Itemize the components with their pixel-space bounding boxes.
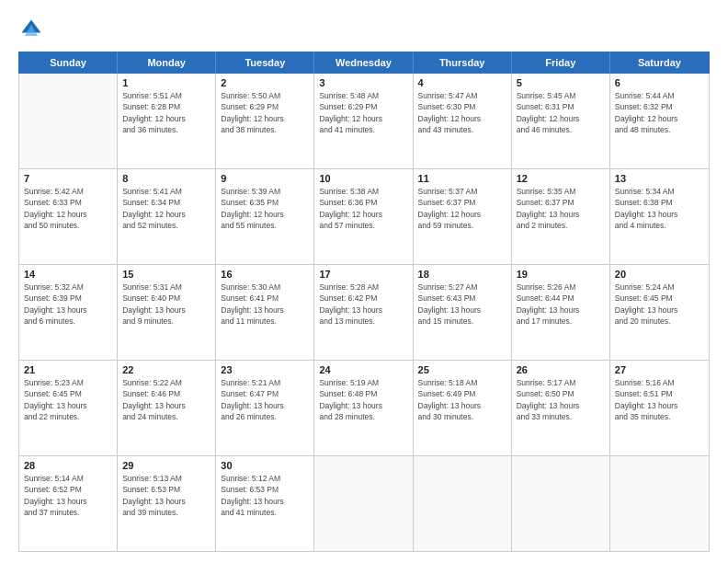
day-number: 2	[221, 77, 309, 88]
day-cell: 3Sunrise: 5:48 AMSunset: 6:29 PMDaylight…	[314, 74, 413, 168]
header-cell-monday: Monday	[118, 52, 216, 73]
day-info: Sunrise: 5:21 AMSunset: 6:47 PMDaylight:…	[221, 377, 309, 422]
logo-icon	[18, 17, 44, 42]
day-cell: 22Sunrise: 5:22 AMSunset: 6:46 PMDayligh…	[118, 361, 216, 455]
day-info: Sunrise: 5:22 AMSunset: 6:46 PMDaylight:…	[122, 377, 210, 422]
day-cell: 2Sunrise: 5:50 AMSunset: 6:29 PMDaylight…	[216, 74, 314, 168]
day-info: Sunrise: 5:16 AMSunset: 6:51 PMDaylight:…	[615, 377, 704, 422]
day-cell: 30Sunrise: 5:12 AMSunset: 6:53 PMDayligh…	[216, 456, 314, 551]
day-cell: 9Sunrise: 5:39 AMSunset: 6:35 PMDaylight…	[216, 169, 314, 264]
day-number: 24	[319, 364, 407, 375]
header	[18, 17, 710, 42]
day-cell: 17Sunrise: 5:28 AMSunset: 6:42 PMDayligh…	[314, 265, 413, 360]
day-info: Sunrise: 5:45 AMSunset: 6:31 PMDaylight:…	[517, 90, 605, 135]
day-info: Sunrise: 5:18 AMSunset: 6:49 PMDaylight:…	[418, 377, 506, 422]
day-number: 28	[24, 460, 112, 471]
day-cell: 11Sunrise: 5:37 AMSunset: 6:37 PMDayligh…	[414, 169, 512, 264]
day-cell: 19Sunrise: 5:26 AMSunset: 6:44 PMDayligh…	[512, 265, 610, 360]
day-info: Sunrise: 5:12 AMSunset: 6:53 PMDaylight:…	[221, 473, 309, 518]
day-info: Sunrise: 5:32 AMSunset: 6:39 PMDaylight:…	[24, 282, 112, 327]
day-info: Sunrise: 5:28 AMSunset: 6:42 PMDaylight:…	[319, 282, 407, 327]
day-info: Sunrise: 5:50 AMSunset: 6:29 PMDaylight:…	[221, 90, 309, 135]
week-row-3: 14Sunrise: 5:32 AMSunset: 6:39 PMDayligh…	[19, 265, 709, 361]
header-cell-thursday: Thursday	[414, 52, 512, 73]
day-info: Sunrise: 5:17 AMSunset: 6:50 PMDaylight:…	[517, 377, 605, 422]
day-number: 9	[221, 173, 309, 184]
day-cell: 1Sunrise: 5:51 AMSunset: 6:28 PMDaylight…	[118, 74, 216, 168]
day-number: 14	[24, 269, 112, 280]
day-number: 23	[221, 364, 309, 375]
day-info: Sunrise: 5:37 AMSunset: 6:37 PMDaylight:…	[418, 186, 506, 231]
day-cell: 25Sunrise: 5:18 AMSunset: 6:49 PMDayligh…	[414, 361, 512, 455]
day-info: Sunrise: 5:39 AMSunset: 6:35 PMDaylight:…	[221, 186, 309, 231]
day-number: 19	[517, 269, 605, 280]
day-info: Sunrise: 5:13 AMSunset: 6:53 PMDaylight:…	[122, 473, 210, 518]
day-number: 15	[122, 269, 210, 280]
day-info: Sunrise: 5:38 AMSunset: 6:36 PMDaylight:…	[319, 186, 407, 231]
day-number: 7	[24, 173, 112, 184]
day-cell: 13Sunrise: 5:34 AMSunset: 6:38 PMDayligh…	[610, 169, 709, 264]
day-number: 17	[319, 269, 407, 280]
day-number: 20	[615, 269, 704, 280]
day-number: 3	[319, 77, 407, 88]
day-number: 18	[418, 269, 506, 280]
header-cell-tuesday: Tuesday	[216, 52, 314, 73]
day-number: 21	[24, 364, 112, 375]
day-cell: 23Sunrise: 5:21 AMSunset: 6:47 PMDayligh…	[216, 361, 314, 455]
calendar: SundayMondayTuesdayWednesdayThursdayFrid…	[18, 52, 710, 552]
header-cell-sunday: Sunday	[19, 52, 118, 73]
day-info: Sunrise: 5:19 AMSunset: 6:48 PMDaylight:…	[319, 377, 407, 422]
day-cell: 6Sunrise: 5:44 AMSunset: 6:32 PMDaylight…	[610, 74, 709, 168]
week-row-4: 21Sunrise: 5:23 AMSunset: 6:45 PMDayligh…	[19, 361, 709, 456]
day-cell: 20Sunrise: 5:24 AMSunset: 6:45 PMDayligh…	[610, 265, 709, 360]
day-cell: 16Sunrise: 5:30 AMSunset: 6:41 PMDayligh…	[216, 265, 314, 360]
day-info: Sunrise: 5:26 AMSunset: 6:44 PMDaylight:…	[517, 282, 605, 327]
day-number: 13	[615, 173, 704, 184]
day-cell: 21Sunrise: 5:23 AMSunset: 6:45 PMDayligh…	[19, 361, 118, 455]
day-cell: 5Sunrise: 5:45 AMSunset: 6:31 PMDaylight…	[512, 74, 610, 168]
day-info: Sunrise: 5:14 AMSunset: 6:52 PMDaylight:…	[24, 473, 112, 518]
page: SundayMondayTuesdayWednesdayThursdayFrid…	[0, 0, 728, 563]
day-cell: 24Sunrise: 5:19 AMSunset: 6:48 PMDayligh…	[314, 361, 413, 455]
day-number: 27	[615, 364, 704, 375]
day-cell: 14Sunrise: 5:32 AMSunset: 6:39 PMDayligh…	[19, 265, 118, 360]
day-number: 1	[122, 77, 210, 88]
day-number: 30	[221, 460, 309, 471]
day-number: 5	[517, 77, 605, 88]
day-number: 11	[418, 173, 506, 184]
day-number: 6	[615, 77, 704, 88]
day-info: Sunrise: 5:31 AMSunset: 6:40 PMDaylight:…	[122, 282, 210, 327]
header-cell-wednesday: Wednesday	[314, 52, 413, 73]
day-cell: 28Sunrise: 5:14 AMSunset: 6:52 PMDayligh…	[19, 456, 118, 551]
calendar-header-row: SundayMondayTuesdayWednesdayThursdayFrid…	[18, 52, 710, 74]
day-info: Sunrise: 5:23 AMSunset: 6:45 PMDaylight:…	[24, 377, 112, 422]
day-number: 25	[418, 364, 506, 375]
day-number: 22	[122, 364, 210, 375]
day-info: Sunrise: 5:41 AMSunset: 6:34 PMDaylight:…	[122, 186, 210, 231]
day-info: Sunrise: 5:51 AMSunset: 6:28 PMDaylight:…	[122, 90, 210, 135]
day-info: Sunrise: 5:42 AMSunset: 6:33 PMDaylight:…	[24, 186, 112, 231]
day-number: 4	[418, 77, 506, 88]
day-info: Sunrise: 5:34 AMSunset: 6:38 PMDaylight:…	[615, 186, 704, 231]
day-number: 8	[122, 173, 210, 184]
day-number: 26	[517, 364, 605, 375]
day-cell: 10Sunrise: 5:38 AMSunset: 6:36 PMDayligh…	[314, 169, 413, 264]
day-info: Sunrise: 5:35 AMSunset: 6:37 PMDaylight:…	[517, 186, 605, 231]
day-number: 10	[319, 173, 407, 184]
day-cell	[610, 456, 709, 551]
day-cell: 18Sunrise: 5:27 AMSunset: 6:43 PMDayligh…	[414, 265, 512, 360]
logo	[18, 17, 48, 42]
day-number: 29	[122, 460, 210, 471]
day-cell: 15Sunrise: 5:31 AMSunset: 6:40 PMDayligh…	[118, 265, 216, 360]
day-cell	[414, 456, 512, 551]
day-cell: 29Sunrise: 5:13 AMSunset: 6:53 PMDayligh…	[118, 456, 216, 551]
day-info: Sunrise: 5:24 AMSunset: 6:45 PMDaylight:…	[615, 282, 704, 327]
day-cell: 8Sunrise: 5:41 AMSunset: 6:34 PMDaylight…	[118, 169, 216, 264]
day-cell	[512, 456, 610, 551]
day-cell: 27Sunrise: 5:16 AMSunset: 6:51 PMDayligh…	[610, 361, 709, 455]
day-info: Sunrise: 5:30 AMSunset: 6:41 PMDaylight:…	[221, 282, 309, 327]
header-cell-friday: Friday	[512, 52, 610, 73]
day-info: Sunrise: 5:44 AMSunset: 6:32 PMDaylight:…	[615, 90, 704, 135]
day-cell	[19, 74, 118, 168]
week-row-1: 1Sunrise: 5:51 AMSunset: 6:28 PMDaylight…	[19, 74, 709, 169]
